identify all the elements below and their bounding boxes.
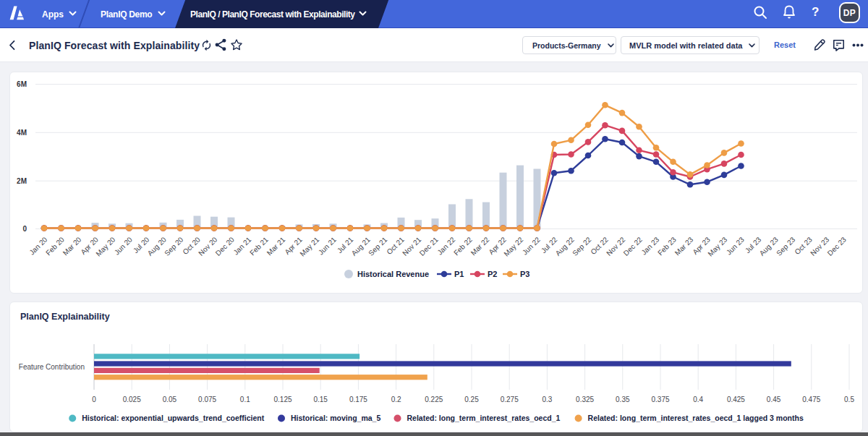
svg-text:Historical Revenue: Historical Revenue [357,270,429,278]
svg-text:0.1: 0.1 [240,396,250,403]
svg-text:Dec 21: Dec 21 [418,235,440,257]
svg-text:0.5: 0.5 [844,396,854,403]
svg-text:Dec 23: Dec 23 [826,235,848,257]
svg-text:Mar 20: Mar 20 [61,235,83,257]
svg-text:May 20: May 20 [94,235,116,257]
svg-text:Sep 22: Sep 22 [571,235,592,257]
svg-text:0.125: 0.125 [273,396,292,403]
svg-text:0.025: 0.025 [123,396,141,403]
svg-text:0.475: 0.475 [802,396,820,403]
svg-text:Sep 23: Sep 23 [775,235,796,257]
svg-text:Dec 22: Dec 22 [622,235,644,257]
svg-text:Related: long_term_interest_ra: Related: long_term_interest_rates_oecd_1… [588,414,804,422]
svg-text:0.275: 0.275 [501,396,519,403]
svg-text:0: 0 [92,396,96,403]
svg-text:P1: P1 [454,270,464,278]
svg-text:Related: long_term_interest_ra: Related: long_term_interest_rates_oecd_1 [407,414,561,422]
svg-text:P3: P3 [520,270,529,278]
svg-text:2M: 2M [17,177,27,185]
svg-text:0.075: 0.075 [198,396,216,403]
svg-text:0.375: 0.375 [651,396,669,403]
svg-text:Mar 21: Mar 21 [265,235,287,257]
svg-text:Mar 23: Mar 23 [673,235,695,257]
svg-text:4M: 4M [17,129,27,137]
svg-text:0.225: 0.225 [425,396,443,403]
svg-text:0.25: 0.25 [464,396,479,403]
svg-text:0.35: 0.35 [616,396,630,403]
svg-text:Mar 22: Mar 22 [469,235,491,257]
svg-text:0.05: 0.05 [163,396,177,403]
svg-text:Historical: exponential_upward: Historical: exponential_upwards_trend_co… [82,414,265,422]
svg-text:Sep 20: Sep 20 [163,235,184,257]
svg-text:0.45: 0.45 [767,396,781,403]
svg-text:May 22: May 22 [502,235,524,257]
svg-text:0.3: 0.3 [542,396,552,403]
svg-text:0: 0 [22,225,27,233]
svg-text:Jun 23: Jun 23 [725,235,746,256]
svg-text:P2: P2 [488,270,497,278]
svg-text:Feature Contribution: Feature Contribution [19,363,85,371]
svg-text:0.325: 0.325 [576,396,594,403]
svg-text:Jun 22: Jun 22 [521,235,542,256]
svg-text:0.2: 0.2 [391,396,401,403]
svg-text:Jun 20: Jun 20 [113,235,134,256]
svg-text:0.425: 0.425 [727,396,745,403]
svg-text:May 23: May 23 [706,235,728,257]
svg-text:Historical: moving_ma_5: Historical: moving_ma_5 [291,414,380,422]
svg-text:May 21: May 21 [298,235,320,257]
svg-text:0.175: 0.175 [349,396,367,403]
svg-text:0.4: 0.4 [693,396,703,403]
svg-text:Dec 20: Dec 20 [214,235,236,257]
svg-text:Sep 21: Sep 21 [367,235,388,257]
svg-text:Jun 21: Jun 21 [317,235,338,256]
svg-text:0.15: 0.15 [313,396,328,403]
svg-text:6M: 6M [17,80,27,88]
